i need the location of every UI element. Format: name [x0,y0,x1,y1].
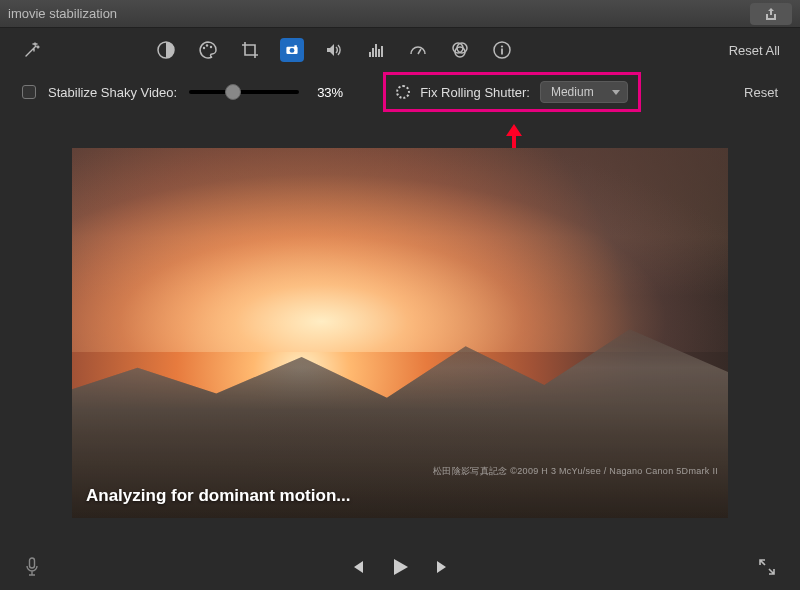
color-filter-icon[interactable] [448,38,472,62]
rolling-shutter-label: Fix Rolling Shutter: [420,85,530,100]
svg-point-1 [203,47,205,49]
volume-icon[interactable] [322,38,346,62]
play-icon[interactable] [389,556,411,578]
dropdown-value: Medium [551,85,594,99]
equalizer-icon[interactable] [364,38,388,62]
speed-gauge-icon[interactable] [406,38,430,62]
next-icon[interactable] [435,559,451,575]
svg-rect-19 [30,558,35,568]
fullscreen-icon[interactable] [758,558,776,576]
microphone-icon[interactable] [24,557,40,577]
playback-controls [349,556,451,578]
crop-icon[interactable] [238,38,262,62]
share-icon [764,7,778,21]
magic-wand-icon[interactable] [20,38,44,62]
stabilize-icon[interactable] [280,38,304,62]
svg-rect-9 [375,44,377,57]
svg-point-17 [501,45,503,47]
svg-rect-18 [501,49,503,55]
tool-group [154,38,514,62]
preview-bg-glow [72,148,728,352]
svg-rect-7 [369,52,371,57]
reset-button[interactable]: Reset [744,85,778,100]
rolling-shutter-highlight: Fix Rolling Shutter: Medium [383,72,641,112]
svg-rect-11 [381,46,383,57]
stabilize-label: Stabilize Shaky Video: [48,85,177,100]
svg-point-3 [210,46,212,48]
svg-point-5 [290,48,295,53]
svg-rect-8 [372,48,374,57]
stabilize-controls: Stabilize Shaky Video: 33% Fix Rolling S… [0,72,800,112]
stabilize-percent: 33% [317,85,353,100]
video-preview[interactable]: 松田陰影写真記念 ©2009 H 3 McYu/see / Nagano Can… [72,148,728,518]
prev-icon[interactable] [349,559,365,575]
info-icon[interactable] [490,38,514,62]
stabilize-slider[interactable] [189,90,299,94]
stabilize-checkbox[interactable] [22,85,36,99]
titlebar: imovie stabilization [0,0,800,28]
svg-rect-10 [378,49,380,57]
reset-all-button[interactable]: Reset All [729,43,780,58]
svg-point-2 [206,44,208,46]
share-button[interactable] [750,3,792,25]
svg-line-12 [418,49,421,54]
svg-rect-6 [294,45,296,47]
color-palette-icon[interactable] [196,38,220,62]
slider-knob[interactable] [225,84,241,100]
playback-bar [0,544,800,590]
adjust-toolbar: Reset All [0,28,800,72]
analyzing-status: Analyzing for dominant motion... [86,486,350,506]
contrast-icon[interactable] [154,38,178,62]
rolling-shutter-dropdown[interactable]: Medium [540,81,628,103]
spinner-icon [396,85,410,99]
preview-watermark: 松田陰影写真記念 ©2009 H 3 McYu/see / Nagano Can… [433,465,718,478]
window-title: imovie stabilization [8,6,750,21]
